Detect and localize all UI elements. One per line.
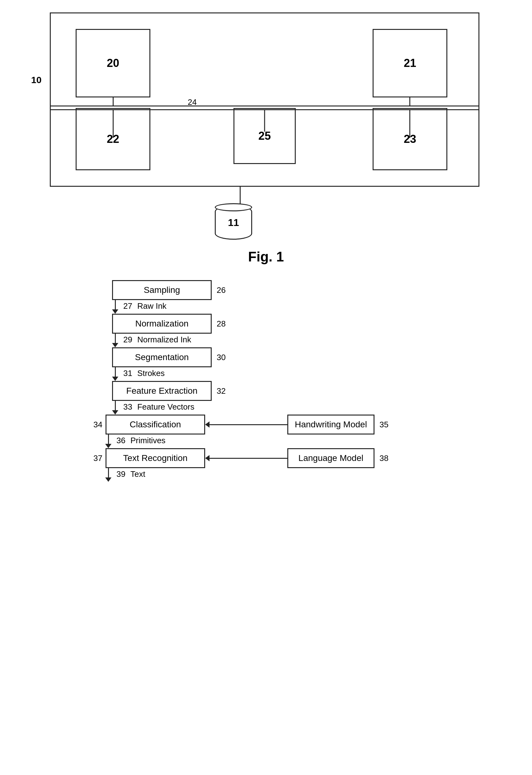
arrow-33 bbox=[112, 410, 118, 415]
arrow-31 bbox=[112, 376, 118, 381]
label-33: 33 bbox=[123, 402, 132, 412]
label-raw-ink: Raw Ink bbox=[137, 301, 166, 311]
hline-handwriting bbox=[209, 424, 287, 425]
label-38: 38 bbox=[380, 454, 389, 463]
label-26: 26 bbox=[217, 285, 226, 295]
line-39a bbox=[108, 468, 109, 478]
fig1-top-diagram: 10 20 21 22 23 25 24 bbox=[25, 12, 511, 187]
row-text-recognition: 37 Text Recognition Language Model 38 bbox=[93, 448, 467, 468]
line-27a bbox=[115, 300, 116, 309]
row-feature-extraction: Feature Extraction 32 bbox=[93, 381, 467, 401]
box-language-model: Language Model bbox=[287, 448, 375, 468]
box-classification: Classification bbox=[105, 415, 205, 435]
fig2-flowchart: Sampling 26 27 Raw Ink Normalization 28 … bbox=[93, 280, 467, 482]
row-segmentation: Segmentation 30 bbox=[93, 347, 467, 367]
arrow-29 bbox=[112, 343, 118, 347]
cylinder-11-container: 11 bbox=[215, 205, 252, 240]
row-29: 29 Normalized Ink bbox=[112, 334, 467, 347]
label-34: 34 bbox=[93, 420, 102, 430]
label-31: 31 bbox=[123, 368, 132, 378]
box-segmentation: Segmentation bbox=[112, 347, 212, 367]
label-feature-vectors: Feature Vectors bbox=[137, 402, 194, 412]
label-35: 35 bbox=[380, 420, 389, 430]
box-normalization: Normalization bbox=[112, 314, 212, 334]
label-29: 29 bbox=[123, 335, 132, 344]
label-30: 30 bbox=[217, 352, 226, 362]
label-strokes: Strokes bbox=[137, 368, 165, 378]
vline-21-bus bbox=[409, 97, 410, 105]
fig1-label: Fig. 1 bbox=[0, 249, 532, 264]
label-28: 28 bbox=[217, 319, 226, 329]
row-31: 31 Strokes bbox=[112, 367, 467, 381]
vline-20-bus bbox=[113, 97, 114, 105]
label-36: 36 bbox=[116, 436, 125, 446]
vline-bus-25 bbox=[264, 109, 265, 132]
label-37: 37 bbox=[93, 454, 102, 463]
row-normalization: Normalization 28 bbox=[93, 314, 467, 334]
label-normalized-ink: Normalized Ink bbox=[137, 335, 191, 344]
row-27: 27 Raw Ink bbox=[112, 300, 467, 314]
node-20: 20 bbox=[76, 29, 150, 97]
box-sampling: Sampling bbox=[112, 280, 212, 300]
node-11: 11 bbox=[215, 205, 252, 240]
row-classification: 34 Classification Handwriting Model 35 bbox=[93, 415, 467, 435]
label-text: Text bbox=[130, 469, 145, 479]
row-33: 33 Feature Vectors bbox=[112, 401, 467, 415]
vline-bus-22 bbox=[113, 109, 114, 138]
label-10: 10 bbox=[31, 75, 41, 85]
line-29a bbox=[115, 334, 116, 343]
arrow-27 bbox=[112, 309, 118, 314]
label-27: 27 bbox=[123, 301, 132, 311]
arrow-to-text-recognition bbox=[205, 455, 209, 461]
label-primitives: Primitives bbox=[130, 436, 166, 446]
hline-language bbox=[209, 458, 287, 459]
arrow-to-classification bbox=[205, 422, 209, 428]
line-33a bbox=[115, 401, 116, 410]
bus-line-1 bbox=[51, 105, 478, 106]
label-39: 39 bbox=[116, 469, 125, 479]
node-21: 21 bbox=[373, 29, 447, 97]
box-feature-extraction: Feature Extraction bbox=[112, 381, 212, 401]
label-32: 32 bbox=[217, 386, 226, 396]
arrow-36 bbox=[105, 444, 111, 448]
arrow-39 bbox=[105, 478, 111, 482]
line-31a bbox=[115, 367, 116, 376]
outer-box: 20 21 22 23 25 24 bbox=[50, 12, 479, 187]
line-36a bbox=[108, 435, 109, 444]
row-36: 36 Primitives bbox=[105, 435, 467, 448]
row-39: 39 Text bbox=[105, 468, 467, 482]
vline-bus-23 bbox=[409, 109, 410, 138]
row-sampling: Sampling 26 bbox=[93, 280, 467, 300]
box-handwriting-model: Handwriting Model bbox=[287, 415, 375, 435]
box-text-recognition: Text Recognition bbox=[105, 448, 205, 468]
